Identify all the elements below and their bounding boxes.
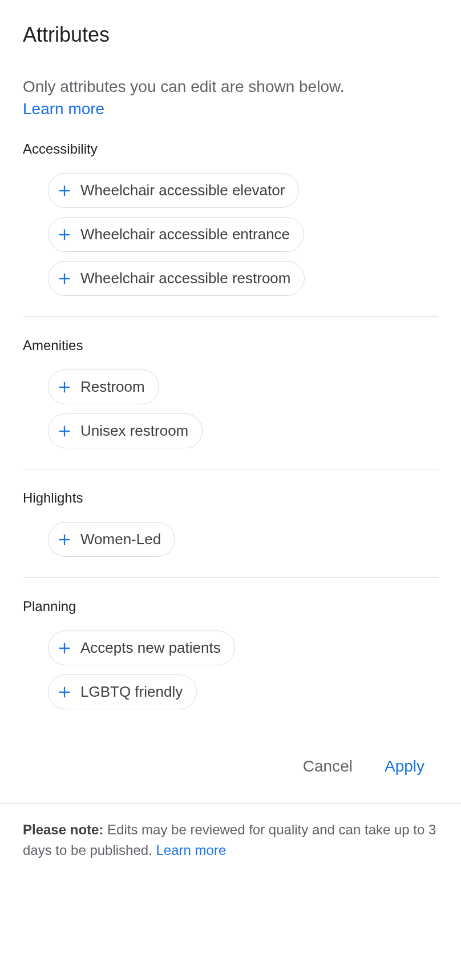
chip-unisex-restroom[interactable]: Unisex restroom [48, 413, 203, 448]
plus-icon [56, 423, 72, 439]
plus-icon [56, 227, 72, 243]
plus-icon [56, 183, 72, 199]
chip-women-led[interactable]: Women-Led [48, 522, 175, 557]
intro-text: Only attributes you can edit are shown b… [23, 75, 438, 98]
chip-label: Wheelchair accessible elevator [80, 182, 285, 199]
section-amenities: Amenities Restroom Unisex restroom [23, 338, 438, 469]
footer-note-bold: Please note: [23, 822, 103, 837]
section-title-planning: Planning [23, 599, 438, 614]
chip-label: Wheelchair accessible entrance [80, 226, 290, 243]
apply-button[interactable]: Apply [382, 753, 427, 780]
cancel-button[interactable]: Cancel [301, 753, 355, 780]
section-highlights: Highlights Women-Led [23, 490, 438, 578]
chip-restroom[interactable]: Restroom [48, 369, 159, 404]
page-title: Attributes [23, 23, 438, 47]
chip-accepts-new-patients[interactable]: Accepts new patients [48, 630, 235, 665]
section-planning: Planning Accepts new patients LGBTQ frie… [23, 599, 438, 730]
footer-learn-more-link[interactable]: Learn more [156, 842, 227, 858]
chip-wheelchair-elevator[interactable]: Wheelchair accessible elevator [48, 173, 299, 208]
footer-note: Please note: Edits may be reviewed for q… [0, 803, 461, 877]
chip-label: Accepts new patients [80, 639, 221, 657]
action-bar: Cancel Apply [0, 741, 461, 803]
plus-icon [56, 640, 72, 656]
chip-lgbtq-friendly[interactable]: LGBTQ friendly [48, 674, 197, 709]
chip-label: Restroom [80, 378, 145, 396]
plus-icon [56, 684, 72, 700]
chip-wheelchair-entrance[interactable]: Wheelchair accessible entrance [48, 217, 304, 252]
plus-icon [56, 532, 72, 548]
plus-icon [56, 379, 72, 395]
chip-label: Unisex restroom [80, 422, 188, 440]
section-title-amenities: Amenities [23, 338, 438, 354]
chip-label: LGBTQ friendly [80, 683, 183, 701]
learn-more-link[interactable]: Learn more [23, 100, 104, 118]
chip-label: Wheelchair accessible restroom [80, 270, 290, 287]
section-accessibility: Accessibility Wheelchair accessible elev… [23, 141, 438, 317]
section-title-accessibility: Accessibility [23, 141, 438, 157]
chip-wheelchair-restroom[interactable]: Wheelchair accessible restroom [48, 261, 305, 296]
chip-label: Women-Led [80, 531, 161, 548]
plus-icon [56, 271, 72, 287]
section-title-highlights: Highlights [23, 490, 438, 506]
